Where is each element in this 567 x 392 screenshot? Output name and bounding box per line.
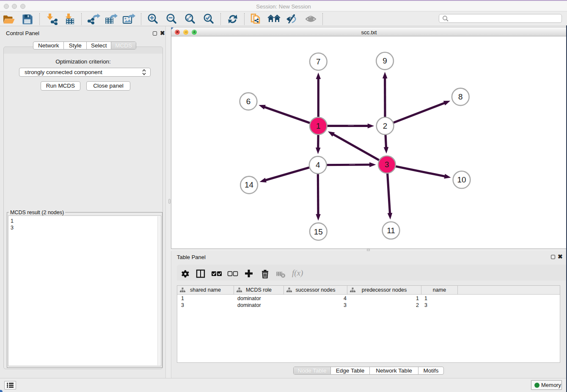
svg-text:8: 8 bbox=[458, 92, 463, 101]
svg-text:2: 2 bbox=[383, 121, 388, 130]
svg-text:15: 15 bbox=[314, 227, 323, 236]
svg-text:14: 14 bbox=[245, 180, 253, 189]
svg-text:6: 6 bbox=[246, 97, 251, 106]
svg-text:9: 9 bbox=[383, 56, 387, 65]
svg-text:10: 10 bbox=[457, 175, 466, 184]
svg-text:4: 4 bbox=[316, 160, 320, 169]
svg-text:1: 1 bbox=[316, 121, 321, 130]
svg-text:3: 3 bbox=[385, 160, 389, 169]
svg-text:7: 7 bbox=[316, 57, 321, 66]
svg-text:11: 11 bbox=[387, 226, 395, 235]
